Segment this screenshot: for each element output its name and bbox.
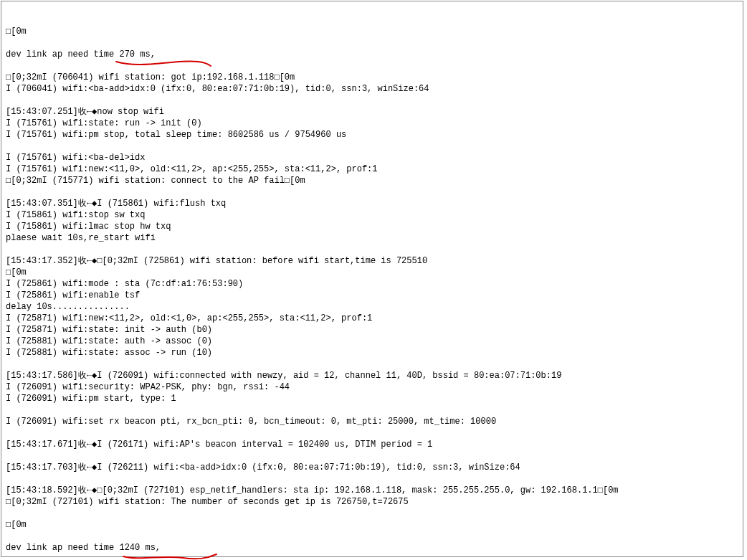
log-line: I (725881) wifi:state: auth -> assoc (0) [6,336,738,347]
log-line [6,95,738,106]
log-line: I (706041) wifi:<ba-add>idx:0 (ifx:0, 80… [6,83,738,95]
log-line: I (726091) wifi:pm start, type: 1 [6,393,738,404]
log-line: □[0;32mI (715771) wifi station: connect … [6,175,738,186]
log-line: dev link ap need time 1240 ms, [6,542,738,554]
log-line: I (725861) wifi:enable tsf [6,290,738,301]
log-line [6,141,738,152]
log-line: I (725861) wifi:mode : sta (7c:df:a1:76:… [6,278,738,290]
log-line [6,186,738,198]
log-line: I (725871) wifi:new:<11,2>, old:<1,0>, a… [6,313,738,324]
log-line [6,359,738,370]
log-line: □[0m [6,267,738,278]
log-line: I (715761) wifi:pm stop, total sleep tim… [6,129,738,141]
log-line [6,427,738,439]
log-line [6,508,738,519]
log-line: I (715761) wifi:<ba-del>idx [6,152,738,163]
log-line: I (715861) wifi:stop sw txq [6,209,738,221]
log-line: I (715761) wifi:state: run -> init (0) [6,118,738,129]
log-line: □[0;32mI (727101) wifi station: The numb… [6,496,738,508]
log-line: □[0m [6,519,738,531]
log-line: [15:43:17.671]收←◆I (726171) wifi:AP's be… [6,439,738,450]
log-line: [15:43:07.351]收←◆I (715861) wifi:flush t… [6,198,738,209]
log-line: I (725871) wifi:state: init -> auth (b0) [6,324,738,336]
log-line: □[0;32mI (706041) wifi station: got ip:1… [6,72,738,83]
log-line: [15:43:17.352]收←◆□[0;32mI (725861) wifi … [6,255,738,267]
log-line [6,60,738,72]
log-line [6,404,738,416]
log-line [6,531,738,542]
log-line: □[0m [6,26,738,37]
log-line [6,37,738,49]
log-line [6,473,738,485]
log-line: delay 10s............... [6,301,738,313]
log-line: I (726091) wifi:set rx beacon pti, rx_bc… [6,416,738,427]
log-line: I (725881) wifi:state: assoc -> run (10) [6,347,738,359]
log-line: dev link ap need time 270 ms, [6,49,738,60]
log-output: □[0m dev link ap need time 270 ms, □[0;3… [6,26,738,560]
log-line [6,244,738,255]
log-line: I (715761) wifi:new:<11,0>, old:<11,2>, … [6,163,738,175]
log-line: plaese wait 10s,re_start wifi [6,232,738,244]
terminal-log: □[0m dev link ap need time 270 ms, □[0;3… [1,1,743,557]
log-line: [15:43:17.586]收←◆I (726091) wifi:connect… [6,370,738,381]
log-line [6,450,738,462]
log-line [6,554,738,560]
log-line: [15:43:07.251]收←◆now stop wifi [6,106,738,118]
log-line: [15:43:18.592]收←◆□[0;32mI (727101) esp_n… [6,485,738,496]
log-line: [15:43:17.703]收←◆I (726211) wifi:<ba-add… [6,462,738,473]
log-line: I (715861) wifi:lmac stop hw txq [6,221,738,232]
log-line: I (726091) wifi:security: WPA2-PSK, phy:… [6,381,738,393]
